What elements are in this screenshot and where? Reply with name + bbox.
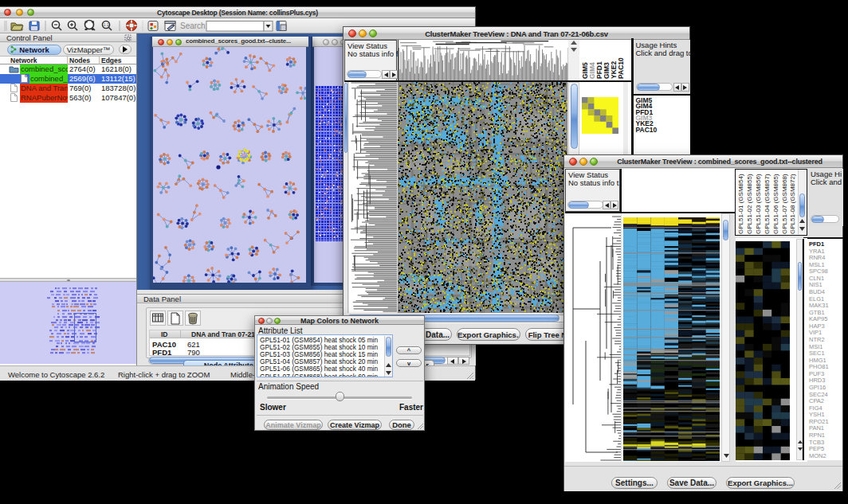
svg-text:Search:: Search: bbox=[180, 21, 207, 30]
svg-text:1:1: 1:1 bbox=[104, 23, 109, 27]
